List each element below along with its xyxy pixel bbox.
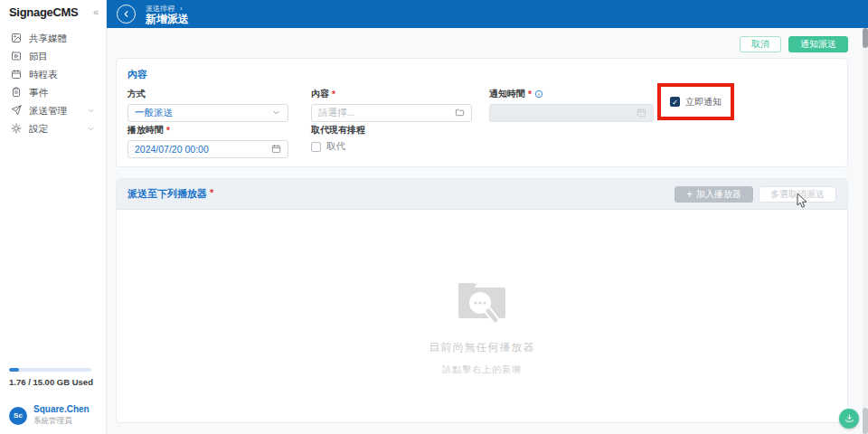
highlight-red-box: ✓ 立即通知: [657, 83, 734, 120]
required-mark: *: [332, 90, 335, 99]
app-logo: SignageCMS: [9, 5, 78, 19]
sidebar-item-shared-media[interactable]: 共享媒體: [0, 30, 106, 48]
add-player-label: 加入播放器: [696, 188, 741, 201]
players-section-title: 派送至下列播放器: [127, 187, 207, 201]
content-form-card: 內容 方式 一般派送 內容 * 請選擇...: [116, 58, 848, 167]
notify-now-label: 立即通知: [685, 96, 722, 108]
content-label: 內容: [311, 88, 329, 100]
sidebar-item-label: 共享媒體: [29, 33, 67, 45]
content-picker-input[interactable]: 請選擇...: [311, 104, 472, 122]
page-title: 新增派送: [146, 12, 189, 27]
info-icon[interactable]: [534, 90, 543, 99]
notify-time-label: 通知時間: [489, 88, 525, 100]
empty-state: 目前尚無任何播放器 請點擊右上的新增: [117, 277, 847, 376]
empty-state-title: 目前尚無任何播放器: [117, 340, 847, 355]
chevron-left-icon: [121, 6, 131, 23]
content-section-title: 內容: [127, 68, 147, 81]
replace-checkbox[interactable]: [311, 142, 321, 152]
chevron-down-icon: [87, 124, 95, 135]
sidebar-item-label: 事件: [29, 87, 48, 99]
content-field: 內容 * 請選擇...: [311, 88, 472, 122]
notify-time-field: 通知時間 *: [489, 88, 654, 122]
sidebar-collapse-icon[interactable]: «: [93, 7, 99, 17]
notify-dispatch-button[interactable]: 通知派送: [788, 36, 848, 52]
user-role: 系統管理員: [33, 416, 90, 427]
plus-icon: +: [686, 189, 693, 200]
players-card: 派送至下列播放器 * + 加入播放器 多選取消派送: [116, 178, 848, 423]
folder-icon[interactable]: [455, 108, 465, 119]
play-time-label: 播放時間: [127, 124, 164, 137]
sidebar-item-events[interactable]: 事件: [0, 84, 106, 102]
required-mark: *: [166, 126, 170, 136]
notify-now-checkbox[interactable]: ✓: [670, 97, 680, 107]
sidebar-item-label: 設定: [29, 123, 48, 136]
replace-field: 取代現有排程 取代: [311, 124, 365, 153]
app-window: SignageCMS « 共享媒體 節目 時程表 事件 派送管理: [0, 0, 868, 434]
required-mark: *: [528, 90, 532, 99]
add-player-button[interactable]: + 加入播放器: [675, 186, 753, 203]
top-actions: 取消 通知派送: [740, 36, 848, 52]
storage-usage: 1.76 / 15.00 GB Used: [9, 368, 91, 387]
multi-cancel-dispatch-button[interactable]: 多選取消派送: [759, 186, 836, 203]
dispatch-icon: [11, 105, 22, 118]
storage-progress-track: [9, 368, 91, 372]
storage-usage-text: 1.76 / 15.00 GB Used: [9, 377, 91, 387]
empty-state-subtitle: 請點擊右上的新增: [117, 363, 847, 376]
user-name: Square.Chen: [33, 404, 90, 414]
scrollbar-track[interactable]: [863, 28, 868, 434]
event-icon: [11, 87, 22, 99]
sidebar-item-label: 節目: [29, 51, 48, 63]
method-select[interactable]: 一般派送: [127, 104, 288, 122]
chevron-down-icon: [87, 106, 95, 117]
sidebar-item-dispatch-management[interactable]: 派送管理: [0, 102, 106, 120]
scrollbar-thumb-secondary[interactable]: [863, 408, 868, 434]
page-header: 派送排程 › 新增派送: [107, 0, 868, 28]
notify-time-input[interactable]: [489, 104, 654, 122]
back-button[interactable]: [117, 5, 136, 24]
play-time-field: 播放時間 * 2024/07/20 00:00: [127, 124, 288, 158]
main-content: 取消 通知派送 內容 方式 一般派送 內容 * 請選擇...: [107, 28, 863, 434]
download-fab-button[interactable]: [839, 409, 859, 429]
method-field: 方式 一般派送: [127, 88, 288, 122]
players-list-area: 目前尚無任何播放器 請點擊右上的新增: [117, 210, 847, 423]
method-value: 一般派送: [135, 107, 173, 119]
sidebar-item-settings[interactable]: 設定: [0, 120, 106, 138]
method-label: 方式: [127, 88, 146, 100]
user-account[interactable]: Sc Square.Chen 系統管理員: [9, 404, 90, 427]
storage-progress-fill: [9, 368, 19, 372]
scrollbar-thumb[interactable]: [863, 28, 868, 48]
play-time-value: 2024/07/20 00:00: [135, 144, 209, 155]
calendar-icon[interactable]: [271, 144, 281, 156]
content-placeholder: 請選擇...: [318, 107, 354, 119]
cancel-button[interactable]: 取消: [740, 36, 781, 52]
media-icon: [11, 33, 22, 45]
settings-icon: [11, 123, 22, 136]
empty-folder-search-icon: [454, 313, 510, 328]
players-header: 派送至下列播放器 * + 加入播放器 多選取消派送: [117, 179, 847, 210]
sidebar-item-label: 派送管理: [29, 105, 67, 118]
schedule-icon: [11, 69, 22, 81]
sidebar-item-label: 時程表: [29, 69, 58, 81]
sidebar-item-programs[interactable]: 節目: [0, 48, 106, 66]
avatar: Sc: [9, 407, 27, 425]
user-info: Square.Chen 系統管理員: [33, 404, 90, 427]
play-time-input[interactable]: 2024/07/20 00:00: [127, 140, 288, 158]
replace-group-label: 取代現有排程: [311, 124, 365, 137]
sidebar-menu: 共享媒體 節目 時程表 事件 派送管理 設定: [0, 30, 106, 138]
chevron-down-icon: [271, 108, 281, 119]
program-icon: [11, 51, 22, 63]
required-mark: *: [210, 187, 213, 201]
download-icon: [844, 410, 854, 427]
sidebar-header: SignageCMS «: [0, 0, 106, 23]
calendar-icon: [637, 108, 646, 119]
sidebar-item-schedules[interactable]: 時程表: [0, 66, 106, 84]
replace-label: 取代: [326, 140, 345, 153]
sidebar: SignageCMS « 共享媒體 節目 時程表 事件 派送管理: [0, 0, 107, 434]
